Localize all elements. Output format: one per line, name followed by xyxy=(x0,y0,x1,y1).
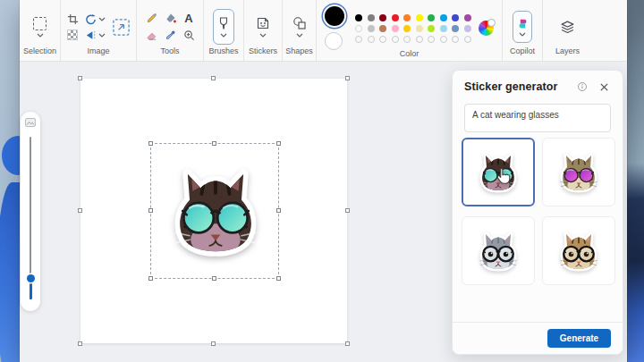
flip-icon xyxy=(85,29,97,41)
canvas-resize-handle[interactable] xyxy=(345,341,350,346)
custom-color-slot[interactable] xyxy=(464,36,471,43)
tools-group: A Tools xyxy=(137,0,204,61)
color-2-background[interactable] xyxy=(325,32,343,50)
color-1-foreground[interactable] xyxy=(325,6,344,26)
color-swatch[interactable] xyxy=(464,25,471,32)
magnifier-tool-icon[interactable] xyxy=(183,29,195,41)
sticker-thumbnail-cat-purple-sunglasses[interactable] xyxy=(542,138,615,206)
canvas-resize-handle[interactable] xyxy=(78,341,82,346)
color-swatch[interactable] xyxy=(428,14,435,21)
color-group: Color xyxy=(317,0,503,61)
brushes-button[interactable]: Brushes xyxy=(204,0,244,61)
color-swatch[interactable] xyxy=(440,14,447,21)
copilot-dropdown[interactable] xyxy=(513,11,532,43)
selection-tool-button[interactable]: Selection xyxy=(20,0,61,61)
color-swatch[interactable] xyxy=(452,14,459,21)
color-swatch[interactable] xyxy=(379,14,386,21)
layers-icon xyxy=(560,20,575,35)
custom-color-slot[interactable] xyxy=(416,36,423,43)
sticker-thumbnail-gray-cat-round-glasses[interactable] xyxy=(462,216,535,285)
rotate-button[interactable] xyxy=(85,13,106,25)
flip-button[interactable] xyxy=(85,29,106,41)
color-swatch[interactable] xyxy=(392,14,399,21)
color-swatch[interactable] xyxy=(355,25,362,32)
prompt-input[interactable] xyxy=(464,104,611,132)
canvas-resize-handle[interactable] xyxy=(345,76,350,80)
custom-color-slot[interactable] xyxy=(392,36,399,43)
eraser-tool-icon[interactable] xyxy=(146,29,157,41)
transparent-selection-icon[interactable] xyxy=(67,29,78,40)
custom-color-slot[interactable] xyxy=(379,36,386,43)
chevron-down-icon xyxy=(98,17,106,21)
color-swatch[interactable] xyxy=(368,25,375,32)
custom-color-slot[interactable] xyxy=(368,36,375,43)
zoom-slider-fill xyxy=(30,281,32,299)
canvas-resize-handle[interactable] xyxy=(345,208,350,213)
desktop-wallpaper-right xyxy=(627,0,644,362)
canvas-resize-handle[interactable] xyxy=(211,341,216,346)
edit-colors-icon[interactable] xyxy=(479,21,494,36)
color-swatch[interactable] xyxy=(379,25,386,32)
thumbnail-icon xyxy=(25,118,36,127)
palette-row-1 xyxy=(355,14,471,21)
palette-row-3 xyxy=(355,36,471,43)
color-swatch[interactable] xyxy=(355,14,362,21)
color-swatch[interactable] xyxy=(416,25,423,32)
color-swatch[interactable] xyxy=(403,25,411,32)
sticker-thumbnails xyxy=(462,138,615,285)
palette-row-2 xyxy=(355,25,471,32)
generate-button[interactable]: Generate xyxy=(547,329,611,348)
chevron-down-icon xyxy=(296,33,303,38)
ribbon-toolbar: Selection xyxy=(20,0,627,62)
color-swatch[interactable] xyxy=(368,14,375,21)
stickers-label: Stickers xyxy=(249,47,277,61)
color-swatch[interactable] xyxy=(428,25,435,32)
rotate-icon xyxy=(85,13,97,25)
fill-tool-icon[interactable] xyxy=(165,13,176,24)
canvas-resize-handle[interactable] xyxy=(78,76,82,80)
info-button[interactable] xyxy=(574,79,590,95)
chevron-down-icon xyxy=(519,32,526,37)
panel-title: Sticker generator xyxy=(464,80,569,93)
sticker-selection-box[interactable] xyxy=(150,143,279,279)
close-button[interactable] xyxy=(596,79,612,95)
sticker-thumbnail-cat-teal-sunglasses[interactable] xyxy=(462,138,535,206)
crop-icon[interactable] xyxy=(67,13,79,25)
wallpaper-petal xyxy=(0,182,20,362)
custom-color-slot[interactable] xyxy=(452,36,459,43)
info-icon xyxy=(577,81,588,92)
color-swatch[interactable] xyxy=(416,14,423,21)
copilot-icon xyxy=(517,18,529,29)
canvas-resize-handle[interactable] xyxy=(78,208,82,213)
layers-label: Layers xyxy=(555,47,580,61)
canvas-sticker[interactable] xyxy=(153,146,278,278)
zoom-slider-thumb[interactable] xyxy=(27,274,35,282)
sticker-icon xyxy=(256,16,270,30)
color-swatch[interactable] xyxy=(464,14,471,21)
chevron-down-icon xyxy=(98,33,106,38)
eyedropper-tool-icon[interactable] xyxy=(165,29,176,41)
copilot-label: Copilot xyxy=(510,47,535,61)
canvas-resize-handle[interactable] xyxy=(211,76,216,80)
layers-button[interactable]: Layers xyxy=(543,0,592,61)
desktop-wallpaper-left xyxy=(0,0,20,362)
copilot-button[interactable]: Copilot xyxy=(503,0,543,61)
pencil-tool-icon[interactable] xyxy=(146,13,157,24)
resize-image-icon[interactable] xyxy=(112,18,131,37)
sticker-thumbnail-tabby-kitten-big-glasses[interactable] xyxy=(542,216,615,285)
stickers-button[interactable]: Stickers xyxy=(244,0,283,61)
color-swatch[interactable] xyxy=(452,25,459,32)
brushes-dropdown[interactable] xyxy=(213,9,234,45)
custom-color-slot[interactable] xyxy=(428,36,435,43)
custom-color-slot[interactable] xyxy=(355,36,362,43)
panel-header: Sticker generator xyxy=(453,71,623,101)
zoom-slider-panel xyxy=(21,112,40,311)
color-swatch[interactable] xyxy=(440,25,447,32)
custom-color-slot[interactable] xyxy=(403,36,411,43)
color-swatch[interactable] xyxy=(403,14,411,21)
shapes-button[interactable]: Shapes xyxy=(283,0,317,61)
shapes-icon xyxy=(292,16,307,30)
text-tool-icon[interactable]: A xyxy=(184,13,192,24)
color-swatch[interactable] xyxy=(392,25,399,32)
custom-color-slot[interactable] xyxy=(440,36,447,43)
